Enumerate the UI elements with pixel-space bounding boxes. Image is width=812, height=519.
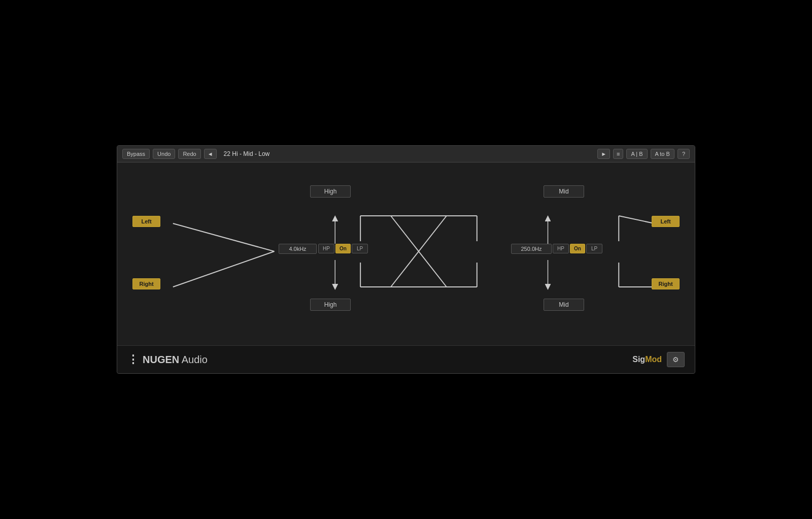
- redo-button[interactable]: Redo: [178, 149, 200, 159]
- undo-button[interactable]: Undo: [153, 149, 175, 159]
- play-button[interactable]: ►: [597, 149, 610, 159]
- routing-svg: [117, 163, 695, 345]
- crossover2-lp-button[interactable]: LP: [586, 244, 602, 253]
- toolbar-right: A | B A to B ?: [626, 149, 690, 159]
- plugin-window: Bypass Undo Redo ◄ 22 Hi - Mid - Low ► ≡…: [117, 145, 695, 374]
- svg-line-1: [173, 251, 275, 287]
- left-input-label[interactable]: Left: [132, 216, 160, 227]
- toolbar: Bypass Undo Redo ◄ 22 Hi - Mid - Low ► ≡…: [117, 146, 695, 163]
- crossover2-on-button[interactable]: On: [570, 244, 585, 253]
- signal-routing-area: Left Right Left Right High High 4.0kHz H…: [117, 163, 695, 345]
- atob-button[interactable]: A to B: [651, 149, 674, 159]
- bypass-button[interactable]: Bypass: [122, 149, 150, 159]
- brand-dots-icon: ⋮: [127, 353, 139, 366]
- ab-button[interactable]: A | B: [626, 149, 647, 159]
- right-output-label[interactable]: Right: [652, 278, 680, 289]
- crossover1-freq[interactable]: 4.0kHz: [279, 244, 317, 254]
- settings-button[interactable]: ⚙: [667, 352, 685, 367]
- high-bottom-label: High: [310, 299, 351, 311]
- crossover1-on-button[interactable]: On: [335, 244, 351, 253]
- preset-name: 22 Hi - Mid - Low: [220, 150, 595, 157]
- svg-line-11: [619, 216, 654, 223]
- product-name: SigMod: [632, 355, 662, 364]
- brand-name: NUGEN Audio: [143, 354, 208, 366]
- mid-top-label: Mid: [544, 185, 584, 198]
- svg-line-0: [173, 223, 275, 251]
- help-button[interactable]: ?: [678, 149, 690, 159]
- crossover2-hp-button[interactable]: HP: [553, 244, 569, 253]
- bottom-bar: ⋮ NUGEN Audio SigMod ⚙: [117, 345, 695, 373]
- crossover1-hp-button[interactable]: HP: [318, 244, 334, 253]
- crossover1-lp-button[interactable]: LP: [352, 244, 368, 253]
- left-output-label[interactable]: Left: [652, 216, 680, 227]
- right-input-label[interactable]: Right: [132, 278, 160, 289]
- list-button[interactable]: ≡: [613, 149, 623, 159]
- crossover2-freq[interactable]: 250.0Hz: [511, 244, 552, 254]
- mid-bottom-label: Mid: [544, 299, 584, 311]
- high-top-label: High: [310, 185, 351, 198]
- prev-preset-button[interactable]: ◄: [204, 149, 217, 159]
- brand-right: SigMod ⚙: [632, 352, 685, 367]
- brand: ⋮ NUGEN Audio: [127, 353, 208, 366]
